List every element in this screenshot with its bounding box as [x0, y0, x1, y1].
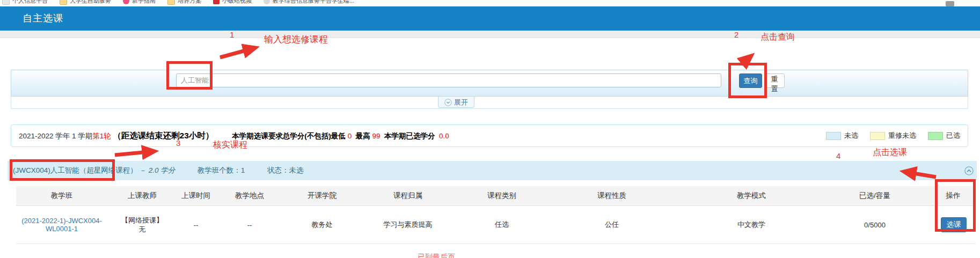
- folder-icon: [167, 0, 175, 5]
- max-credits-label: 最高: [356, 132, 370, 140]
- annotation-step4-number: 4: [836, 151, 840, 160]
- col-header: 操作: [931, 186, 976, 205]
- globe-icon: [264, 0, 270, 4]
- expand-toggle[interactable]: 展开: [438, 97, 474, 108]
- page-title: 自主选课: [23, 6, 63, 31]
- col-header: 教学班: [16, 186, 107, 205]
- teacher-tag: 【网络授课】: [121, 216, 163, 225]
- table-header-row: 教学班 上课教师 上课时间 教学地点 开课学院 课程归属 课程类别 课程性质 教…: [16, 186, 976, 206]
- annotation-step1-label: 输入想选修课程: [264, 33, 328, 46]
- semester-term: 2021-2022 学年 1 学期: [19, 132, 92, 140]
- page-icon: [2, 0, 10, 5]
- course-dash: －: [140, 166, 147, 174]
- course-title: (JWCX004)人工智能（超星网络课程）: [13, 166, 137, 174]
- class-table: 教学班 上课教师 上课时间 教学地点 开课学院 课程归属 课程类别 课程性质 教…: [16, 186, 976, 244]
- class-id-link[interactable]: (2021-2022-1)-JWCX004-WL0001-1: [16, 217, 107, 233]
- retake-swatch: [870, 132, 885, 140]
- bookmark-item[interactable]: 大学生自助服务: [60, 0, 111, 5]
- capacity: 0/5000: [827, 206, 923, 244]
- bookmark-item[interactable]: 个人信息平台: [2, 0, 48, 5]
- browser-bookmarks-bar: 个人信息平台 大学生自助服务 新手指南 培养方案 小破站视频 教学综合信息服务平…: [0, 0, 980, 6]
- bookmark-label: 大学生自助服务: [70, 0, 111, 5]
- bookmark-item[interactable]: 教学综合信息服务平台学生端...: [264, 0, 354, 5]
- dot-icon: [123, 0, 129, 4]
- folder-icon: [60, 0, 67, 5]
- course-band[interactable]: (JWCX004)人工智能（超星网络课程） － 2.0 学分 教学班个数：1 状…: [8, 161, 977, 180]
- col-header: 教学模式: [676, 186, 827, 205]
- annotation-step2-label: 点击查询: [760, 32, 795, 43]
- col-header: 课程类别: [456, 186, 547, 205]
- max-credits: 99: [372, 132, 380, 140]
- selected-credits: 0.0: [439, 132, 449, 140]
- col-header: 上课时间: [177, 186, 215, 205]
- annotation-step4-label: 点击选课: [873, 147, 907, 158]
- expand-label: 展开: [454, 98, 468, 107]
- class-time: --: [177, 206, 215, 244]
- expand-row: [11, 97, 968, 109]
- annotation-step3-number: 3: [176, 138, 180, 148]
- query-button[interactable]: 查询: [739, 73, 762, 88]
- bookmark-label: 新手指南: [132, 0, 156, 5]
- college: 教务处: [284, 206, 360, 244]
- col-header: 开课学院: [284, 186, 360, 205]
- legend-item: 已选: [928, 131, 960, 141]
- teacher-name: 无: [139, 225, 146, 234]
- legend-label: 重修未选: [888, 131, 916, 141]
- reset-button[interactable]: 重置: [764, 73, 785, 88]
- col-header: 已选/容量: [827, 186, 923, 205]
- annotation-step3-label: 核实课程: [213, 139, 247, 151]
- arrow-step2: [741, 56, 751, 64]
- course-nature: 公任: [547, 206, 676, 244]
- col-header: 教学地点: [215, 186, 284, 205]
- teaching-mode: 中文教学: [676, 206, 827, 244]
- pick-course-button[interactable]: 选课: [941, 217, 967, 232]
- chevron-up-circle-icon[interactable]: [964, 166, 974, 175]
- class-count: 教学班个数：1: [198, 166, 245, 174]
- legend-label: 未选: [844, 131, 858, 141]
- annotation-step1-number: 1: [230, 30, 234, 39]
- course-status: 状态：未选: [267, 166, 304, 174]
- bookmark-label: 小破站视频: [222, 0, 252, 5]
- end-of-list-note: 已到最后页: [418, 253, 455, 258]
- course-type: 任选: [456, 206, 547, 244]
- min-credits: 0: [348, 132, 352, 140]
- chevron-down-circle-icon: [444, 99, 452, 106]
- selected-credits-label: 本学期已选学分: [384, 132, 435, 140]
- course-search-input[interactable]: [176, 73, 721, 87]
- legend-item: 重修未选: [870, 131, 916, 141]
- red-badge-icon: [213, 0, 220, 4]
- course-credits: 2.0 学分: [149, 166, 175, 174]
- annotation-step2-number: 2: [734, 30, 738, 39]
- legend-label: 已选: [946, 131, 960, 141]
- bookmark-item[interactable]: 新手指南: [123, 0, 156, 5]
- arrow-step3: [115, 151, 155, 155]
- countdown-text: （距选课结束还剩23小时）: [113, 131, 214, 140]
- table-row: (2021-2022-1)-JWCX004-WL0001-1 【网络授课】 无 …: [16, 206, 976, 244]
- semester-panel: 2021-2022 学年 1 学期第1轮 （距选课结束还剩23小时）本学期选课要…: [11, 124, 968, 147]
- col-header: 上课教师: [107, 186, 177, 205]
- col-header: 课程归属: [360, 186, 456, 205]
- course-category: 学习与素质提高: [360, 206, 456, 244]
- bookmark-item[interactable]: 小破站视频: [213, 0, 252, 5]
- teacher-cell: 【网络授课】 无: [107, 206, 177, 244]
- bookmark-label: 教学综合信息服务平台学生端...: [273, 0, 354, 5]
- status-legend: 未选 重修未选 已选: [826, 125, 960, 146]
- bookmark-item[interactable]: 培养方案: [167, 0, 201, 5]
- col-header: 课程性质: [547, 186, 676, 205]
- legend-item: 未选: [826, 131, 858, 141]
- page-header: 自主选课: [0, 6, 980, 31]
- bookmark-label: 个人信息平台: [12, 0, 48, 5]
- bookmark-label: 培养方案: [178, 0, 201, 5]
- class-place: --: [215, 206, 284, 244]
- device-icon[interactable]: [946, 1, 954, 6]
- credit-requirement: 本学期选课要求总学分(不包括)最低: [232, 132, 346, 140]
- arrow-step1: [220, 48, 255, 57]
- unselected-swatch: [826, 132, 841, 140]
- selection-round: 第1轮: [92, 132, 111, 140]
- selected-swatch: [928, 132, 943, 140]
- subheader-strip: [0, 31, 980, 38]
